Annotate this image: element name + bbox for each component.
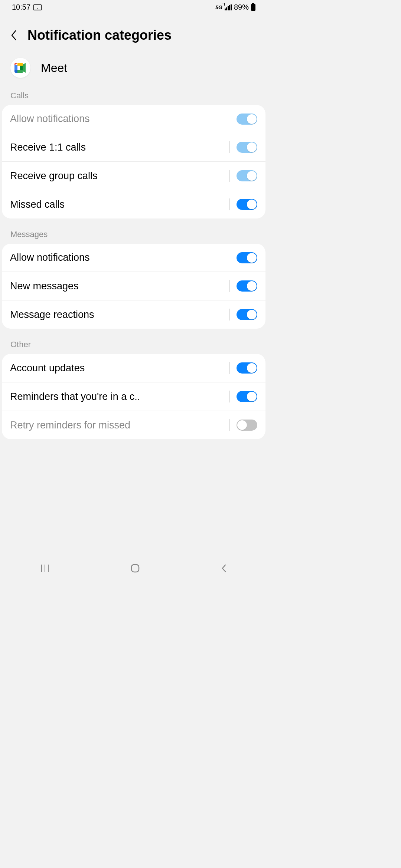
divider (229, 170, 230, 182)
missed-calls-row[interactable]: Missed calls (2, 190, 265, 218)
home-button[interactable] (130, 563, 140, 575)
app-name: Meet (41, 61, 67, 75)
reminders-in-call-row[interactable]: Reminders that you're in a c.. (2, 382, 265, 411)
retry-reminders-row[interactable]: Retry reminders for missed (2, 411, 265, 439)
svg-rect-2 (14, 65, 17, 70)
status-left: 10:57 (12, 3, 42, 11)
svg-rect-3 (17, 70, 23, 73)
new-messages-row[interactable]: New messages (2, 272, 265, 300)
back-button[interactable] (10, 30, 17, 41)
svg-rect-4 (20, 66, 23, 70)
receive-1-1-calls-toggle[interactable] (237, 142, 257, 153)
svg-rect-1 (17, 63, 23, 66)
email-icon (33, 4, 42, 10)
retry-reminders-toggle[interactable] (237, 420, 257, 431)
message-reactions-toggle[interactable] (237, 309, 257, 320)
receive-group-calls-row[interactable]: Receive group calls (2, 162, 265, 190)
divider (229, 280, 230, 292)
navigation-bar (0, 560, 267, 579)
calls-allow-notifications-toggle[interactable] (237, 114, 257, 125)
status-time: 10:57 (12, 3, 30, 11)
battery-icon (251, 4, 255, 11)
meet-app-icon (10, 58, 30, 78)
calls-card: Allow notifications Receive 1:1 calls Re… (2, 105, 265, 218)
signal-icon (225, 4, 232, 10)
messages-allow-notifications-toggle[interactable] (237, 252, 257, 263)
recents-button[interactable] (40, 564, 50, 575)
row-label: Allow notifications (10, 113, 90, 125)
missed-calls-toggle[interactable] (237, 199, 257, 210)
section-header-messages: Messages (0, 228, 267, 244)
header: Notification categories (0, 14, 267, 50)
row-label: Retry reminders for missed (10, 420, 130, 431)
network-type-icon: 5G (215, 4, 222, 10)
divider (229, 419, 230, 431)
divider (229, 141, 230, 153)
row-label: New messages (10, 280, 79, 292)
account-updates-toggle[interactable] (237, 362, 257, 374)
row-label: Allow notifications (10, 252, 90, 263)
divider (229, 362, 230, 374)
section-header-other: Other (0, 338, 267, 354)
row-label: Account updates (10, 362, 85, 374)
scroll-content[interactable]: Notification categories Meet Calls Allow… (0, 14, 267, 556)
divider (229, 309, 230, 320)
divider (229, 391, 230, 402)
messages-allow-notifications-row[interactable]: Allow notifications (2, 244, 265, 272)
receive-group-calls-toggle[interactable] (237, 170, 257, 181)
other-card: Account updates Reminders that you're in… (2, 354, 265, 439)
nav-back-button[interactable] (221, 563, 227, 575)
app-identity-row[interactable]: Meet (0, 50, 267, 89)
page-title: Notification categories (27, 27, 172, 43)
receive-1-1-calls-row[interactable]: Receive 1:1 calls (2, 133, 265, 162)
row-label: Message reactions (10, 309, 94, 320)
status-right: 5G 89% (215, 3, 255, 11)
message-reactions-row[interactable]: Message reactions (2, 300, 265, 329)
account-updates-row[interactable]: Account updates (2, 354, 265, 382)
calls-allow-notifications-row[interactable]: Allow notifications (2, 105, 265, 133)
messages-card: Allow notifications New messages Message… (2, 244, 265, 329)
row-label: Missed calls (10, 199, 65, 210)
battery-percent: 89% (234, 3, 249, 11)
divider (229, 198, 230, 210)
row-label: Receive group calls (10, 170, 98, 182)
svg-rect-8 (131, 565, 139, 572)
status-bar: 10:57 5G 89% (0, 0, 267, 14)
new-messages-toggle[interactable] (237, 280, 257, 292)
row-label: Reminders that you're in a c.. (10, 391, 140, 402)
reminders-in-call-toggle[interactable] (237, 391, 257, 402)
row-label: Receive 1:1 calls (10, 142, 86, 153)
section-header-calls: Calls (0, 89, 267, 105)
